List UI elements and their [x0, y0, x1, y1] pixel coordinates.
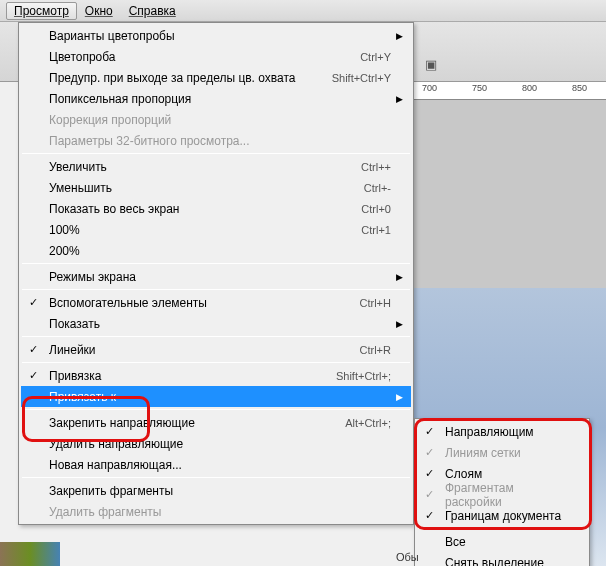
mi-gamut-warning[interactable]: Предупр. при выходе за пределы цв. охват…	[21, 67, 411, 88]
mi-proof-colors[interactable]: ЦветопробаCtrl+Y	[21, 46, 411, 67]
menu-view[interactable]: Просмотр	[6, 2, 77, 20]
mi-new-guide[interactable]: Новая направляющая...	[21, 454, 411, 475]
separator	[22, 289, 410, 290]
check-icon: ✓	[425, 446, 434, 459]
mi-proof-setup[interactable]: Варианты цветопробы▶	[21, 25, 411, 46]
separator	[22, 362, 410, 363]
smi-guides[interactable]: ✓Направляющим	[417, 421, 587, 442]
mi-extras[interactable]: ✓Вспомогательные элементыCtrl+H	[21, 292, 411, 313]
check-icon: ✓	[425, 425, 434, 438]
separator	[418, 528, 586, 529]
mi-clear-slices: Удалить фрагменты	[21, 501, 411, 522]
mi-snap[interactable]: ✓ПривязкаShift+Ctrl+;	[21, 365, 411, 386]
mi-lock-slices[interactable]: Закрепить фрагменты	[21, 480, 411, 501]
mi-show[interactable]: Показать▶	[21, 313, 411, 334]
check-icon: ✓	[29, 296, 38, 309]
view-dropdown: Варианты цветопробы▶ ЦветопробаCtrl+Y Пр…	[18, 22, 414, 525]
menu-help[interactable]: Справка	[121, 2, 184, 20]
mi-screen-mode[interactable]: Режимы экрана▶	[21, 266, 411, 287]
smi-doc-bounds[interactable]: ✓Границам документа	[417, 505, 587, 526]
mi-aspect-correction: Коррекция пропорций	[21, 109, 411, 130]
mi-zoom-in[interactable]: УвеличитьCtrl++	[21, 156, 411, 177]
check-icon: ✓	[425, 509, 434, 522]
mi-fit-screen[interactable]: Показать во весь экранCtrl+0	[21, 198, 411, 219]
ruler-horizontal: 700 750 800 850	[414, 82, 606, 100]
smi-grid: ✓Линиям сетки	[417, 442, 587, 463]
snap-to-submenu: ✓Направляющим ✓Линиям сетки ✓Слоям ✓Фраг…	[414, 418, 590, 566]
camera-icon[interactable]: ▣	[420, 56, 442, 72]
check-icon: ✓	[29, 369, 38, 382]
thumbnail[interactable]	[0, 542, 60, 566]
mi-snap-to[interactable]: Привязать к▶	[21, 386, 411, 407]
smi-slices: ✓Фрагментам раскройки	[417, 484, 587, 505]
separator	[22, 409, 410, 410]
separator	[22, 153, 410, 154]
separator	[22, 477, 410, 478]
check-icon: ✓	[29, 343, 38, 356]
mi-100[interactable]: 100%Ctrl+1	[21, 219, 411, 240]
separator	[22, 263, 410, 264]
mi-200[interactable]: 200%	[21, 240, 411, 261]
mi-lock-guides[interactable]: Закрепить направляющиеAlt+Ctrl+;	[21, 412, 411, 433]
check-icon: ✓	[425, 488, 434, 501]
menu-window[interactable]: Окно	[77, 2, 121, 20]
mi-pixel-aspect[interactable]: Попиксельная пропорция▶	[21, 88, 411, 109]
mi-32bit: Параметры 32-битного просмотра...	[21, 130, 411, 151]
separator	[22, 336, 410, 337]
smi-none[interactable]: Снять выделение	[417, 552, 587, 566]
mi-zoom-out[interactable]: УменьшитьCtrl+-	[21, 177, 411, 198]
mi-rulers[interactable]: ✓ЛинейкиCtrl+R	[21, 339, 411, 360]
check-icon: ✓	[425, 467, 434, 480]
smi-all[interactable]: Все	[417, 531, 587, 552]
tab-label[interactable]: Обы	[396, 551, 419, 563]
mi-clear-guides[interactable]: Удалить направляющие	[21, 433, 411, 454]
menubar: Просмотр Окно Справка	[0, 0, 606, 22]
